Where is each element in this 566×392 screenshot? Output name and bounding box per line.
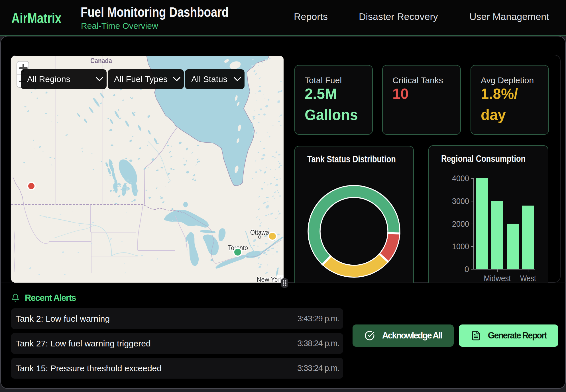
svg-text:Ottawa: Ottawa [250, 228, 269, 236]
svg-text:3000: 3000 [452, 197, 469, 206]
svg-text:1000: 1000 [452, 242, 469, 251]
svg-text:0: 0 [465, 265, 469, 274]
svg-text:West: West [520, 274, 536, 283]
svg-text:4000: 4000 [452, 174, 469, 183]
svg-text:Midwest: Midwest [484, 274, 511, 283]
svg-text:2000: 2000 [452, 219, 469, 228]
svg-text:Canada: Canada [90, 57, 112, 65]
